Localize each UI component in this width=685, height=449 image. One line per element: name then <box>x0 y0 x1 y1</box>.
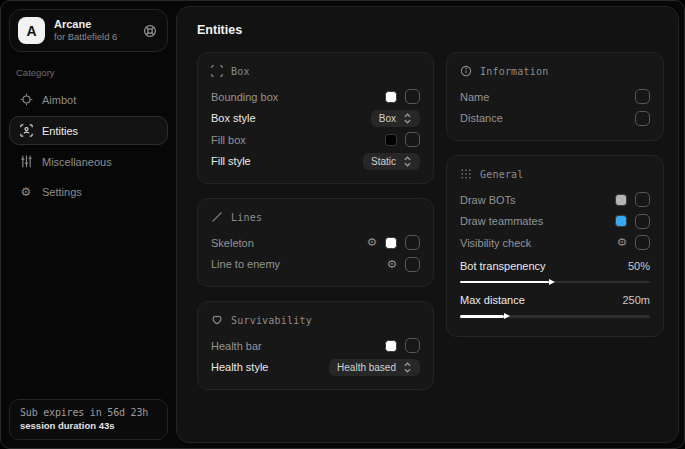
subscription-card: Sub expires in 56d 23h session duration … <box>9 399 168 440</box>
checkbox[interactable] <box>405 338 420 353</box>
information-panel-header: Information <box>460 65 650 77</box>
max-distance-slider[interactable] <box>460 315 650 318</box>
app-window: A Arcane for Battlefield 6 Category <box>0 0 685 449</box>
sidebar-item-entities[interactable]: Entities <box>9 116 168 145</box>
chevrons-up-down-icon <box>403 156 412 167</box>
checkbox[interactable] <box>405 89 420 104</box>
lifebuoy-icon[interactable] <box>143 24 157 38</box>
entity-scan-icon <box>19 124 33 137</box>
health-icon <box>211 314 223 326</box>
setting-row-draw-bots: Draw BOTs <box>460 189 650 211</box>
slider-value: 50% <box>628 260 650 272</box>
setting-label: Draw teammates <box>460 215 543 227</box>
panel-title: General <box>480 169 524 180</box>
setting-label: Visibility check <box>460 237 531 249</box>
setting-row-line-to-enemy: Line to enemy ⚙ <box>211 254 420 276</box>
info-icon <box>460 65 472 77</box>
setting-label: Max distance <box>460 294 525 306</box>
slider-thumb[interactable] <box>549 279 555 285</box>
panel-title: Survivability <box>231 315 312 326</box>
chevrons-up-down-icon <box>403 113 412 124</box>
color-swatch[interactable] <box>615 215 627 227</box>
setting-label: Line to enemy <box>211 258 280 270</box>
setting-label: Health style <box>211 361 268 373</box>
gear-icon[interactable]: ⚙ <box>617 237 627 249</box>
box-style-dropdown[interactable]: Box <box>371 110 420 127</box>
setting-row-health-style: Health style Health based <box>211 357 420 379</box>
brand-text: Arcane for Battlefield 6 <box>54 18 117 44</box>
checkbox[interactable] <box>635 235 650 250</box>
sidebar-item-label: Settings <box>42 186 82 198</box>
brand-card: A Arcane for Battlefield 6 <box>9 9 168 52</box>
grid-dots-icon <box>460 168 472 180</box>
gear-icon[interactable]: ⚙ <box>387 259 397 271</box>
setting-label: Skeleton <box>211 237 254 249</box>
sidebar-item-label: Entities <box>42 125 78 137</box>
sidebar-item-aimbot[interactable]: Aimbot <box>9 85 168 114</box>
setting-row-health-bar: Health bar <box>211 335 420 357</box>
setting-label: Bot transpenency <box>460 260 546 272</box>
panel-columns: Box Bounding box Box style Box <box>197 52 664 390</box>
sidebar-item-miscellaneous[interactable]: Miscellaneous <box>9 147 168 176</box>
setting-label: Draw BOTs <box>460 194 516 206</box>
lines-panel: Lines Skeleton ⚙ Line to enemy ⚙ <box>197 198 434 287</box>
setting-row-distance: Distance <box>460 108 650 130</box>
panel-title: Lines <box>231 212 262 223</box>
right-column: Information Name Distance <box>446 52 664 337</box>
sidebar-nav: Aimbot Entities <box>9 85 168 206</box>
lines-panel-header: Lines <box>211 211 420 223</box>
checkbox[interactable] <box>635 192 650 207</box>
setting-row-fill-style: Fill style Static <box>211 151 420 173</box>
setting-label: Health bar <box>211 340 262 352</box>
bot-transparency-slider-group: Bot transpenency 50% <box>460 256 650 284</box>
panel-title: Box <box>231 66 250 77</box>
sidebar-item-label: Aimbot <box>42 94 76 106</box>
sidebar-item-settings[interactable]: ⚙ Settings <box>9 178 168 206</box>
setting-row-bounding-box: Bounding box <box>211 86 420 108</box>
diagonal-line-icon <box>211 211 223 223</box>
checkbox[interactable] <box>635 89 650 104</box>
health-style-dropdown[interactable]: Health based <box>329 359 420 376</box>
box-panel-header: Box <box>211 65 420 77</box>
general-panel-header: General <box>460 168 650 180</box>
setting-label: Fill box <box>211 134 246 146</box>
checkbox[interactable] <box>635 111 650 126</box>
setting-row-skeleton: Skeleton ⚙ <box>211 232 420 254</box>
color-swatch[interactable] <box>615 194 627 206</box>
max-distance-slider-group: Max distance 250m <box>460 290 650 318</box>
sidebar: A Arcane for Battlefield 6 Category <box>1 1 176 448</box>
brand-avatar: A <box>18 17 45 44</box>
color-swatch[interactable] <box>385 91 397 103</box>
brand-name: Arcane <box>54 18 117 32</box>
setting-label: Name <box>460 91 489 103</box>
checkbox[interactable] <box>405 257 420 272</box>
main-content: Entities Box Bounding box <box>176 6 679 443</box>
general-panel: General Draw BOTs Draw teammates <box>446 155 664 337</box>
checkbox[interactable] <box>405 235 420 250</box>
setting-label: Distance <box>460 112 503 124</box>
color-swatch[interactable] <box>385 237 397 249</box>
dropdown-value: Static <box>371 156 396 167</box>
sliders-icon <box>19 155 33 168</box>
chevrons-up-down-icon <box>403 362 412 373</box>
session-duration-text: session duration 43s <box>20 420 157 431</box>
checkbox[interactable] <box>635 214 650 229</box>
bot-transparency-slider[interactable] <box>460 281 650 284</box>
gear-icon[interactable]: ⚙ <box>367 237 377 249</box>
slider-thumb[interactable] <box>504 313 510 319</box>
color-swatch[interactable] <box>385 340 397 352</box>
page-title: Entities <box>197 23 664 37</box>
checkbox[interactable] <box>405 132 420 147</box>
slider-value: 250m <box>622 294 650 306</box>
setting-row-visibility-check: Visibility check ⚙ <box>460 232 650 254</box>
color-swatch[interactable] <box>385 134 397 146</box>
setting-row-draw-teammates: Draw teammates <box>460 211 650 233</box>
survivability-panel: Survivability Health bar Health style He… <box>197 301 434 390</box>
scan-brackets-icon <box>211 65 223 77</box>
category-label: Category <box>16 67 161 78</box>
crosshair-icon <box>19 93 33 106</box>
panel-title: Information <box>480 66 548 77</box>
fill-style-dropdown[interactable]: Static <box>363 153 420 170</box>
dropdown-value: Health based <box>337 362 396 373</box>
setting-label: Bounding box <box>211 91 278 103</box>
